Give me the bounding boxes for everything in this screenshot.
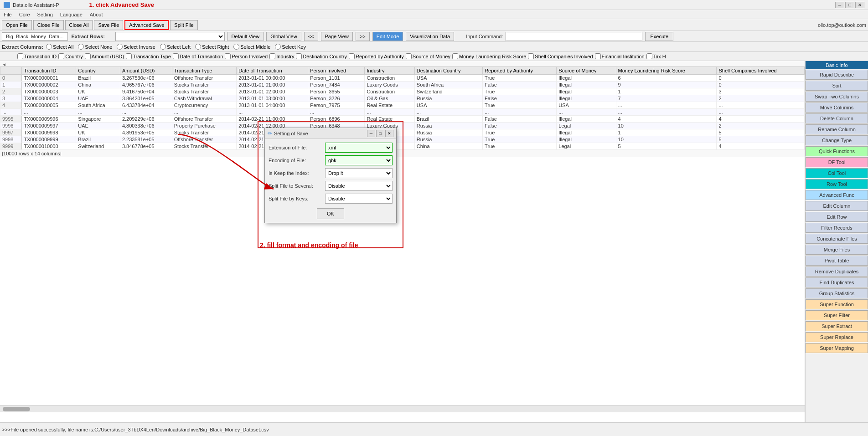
default-view-button[interactable]: Default View bbox=[227, 32, 264, 41]
right-panel-btn-swap-two-columns[interactable]: Swap Two Columns bbox=[806, 92, 868, 102]
status-bar: >>>File opened successfully, file name i… bbox=[0, 422, 868, 436]
modal-title-bar: ✏ Setting of Save ─ □ ✕ bbox=[265, 128, 396, 139]
right-panel-btn-col-tool[interactable]: Col Tool bbox=[806, 168, 868, 178]
select-none-radio[interactable]: Select None bbox=[78, 44, 112, 50]
input-command-label: Input Command: bbox=[466, 34, 503, 39]
main-area: ◄ Transaction ID Country Amount (USD) Tr… bbox=[0, 61, 868, 422]
right-panel-btn-rename-column[interactable]: Rename Column bbox=[806, 124, 868, 134]
col-check-shell[interactable]: Shell Companies Involved bbox=[528, 53, 593, 59]
right-panel-btn-merge-files[interactable]: Merge Files bbox=[806, 245, 868, 255]
keep-index-select[interactable]: Drop itKeep it bbox=[325, 168, 393, 178]
split-file-button[interactable]: Split File bbox=[170, 20, 197, 30]
page-view-button[interactable]: Page View bbox=[321, 32, 353, 41]
th-industry: Industry bbox=[365, 67, 414, 75]
th-type: Transaction Type bbox=[172, 67, 236, 75]
tab-filename[interactable]: Big_Black_Money_Data... bbox=[2, 32, 68, 41]
right-panel-btn-edit-row[interactable]: Edit Row bbox=[806, 212, 868, 222]
col-check-date[interactable]: Date of Transaction bbox=[173, 53, 223, 59]
global-view-button[interactable]: Global View bbox=[266, 32, 301, 41]
col-check-transaction-id[interactable]: Transaction ID bbox=[17, 53, 57, 59]
close-button[interactable]: ✕ bbox=[855, 2, 864, 8]
menu-about[interactable]: About bbox=[88, 11, 105, 18]
select-right-radio[interactable]: Select Right bbox=[195, 44, 229, 50]
encoding-select[interactable]: gbkutf-8utf-16ascii bbox=[325, 155, 393, 165]
edit-mode-button[interactable]: Edit Mode bbox=[372, 32, 403, 41]
next-page-button[interactable]: >> bbox=[356, 32, 370, 41]
right-panel-btn-find-duplicates[interactable]: Find Duplicates bbox=[806, 277, 868, 287]
viz-data-button[interactable]: Visualization Data bbox=[406, 32, 454, 41]
right-panel-btn-remove-duplicates[interactable]: Remove Duplicates bbox=[806, 267, 868, 277]
open-file-button[interactable]: Open File bbox=[2, 20, 32, 30]
col-check-industry[interactable]: Industry bbox=[269, 53, 294, 59]
right-panel-btn-change-type[interactable]: Change Type bbox=[806, 135, 868, 145]
data-table-wrapper[interactable]: Transaction ID Country Amount (USD) Tran… bbox=[0, 67, 805, 405]
select-middle-radio[interactable]: Select Middle bbox=[233, 44, 270, 50]
right-panel-btn-df-tool[interactable]: DF Tool bbox=[806, 157, 868, 167]
input-command-field[interactable] bbox=[506, 32, 642, 41]
prev-page-button[interactable]: << bbox=[304, 32, 318, 41]
col-check-source[interactable]: Source of Money bbox=[406, 53, 450, 59]
modal-close[interactable]: ✕ bbox=[385, 130, 393, 137]
execute-button[interactable]: Execute bbox=[645, 32, 673, 41]
table-row: 9997TX0000009998UK4.891953e+05Stocks Tra… bbox=[0, 129, 805, 136]
extract-rows-select[interactable] bbox=[115, 32, 225, 41]
modal-content: Extension of File: xmlcsvxlsxjson Encodi… bbox=[265, 139, 396, 223]
close-file-button[interactable]: Close File bbox=[33, 20, 64, 30]
col-check-financial[interactable]: Financial Institution bbox=[595, 53, 645, 59]
right-panel-btn-super-mapping[interactable]: Super Mapping bbox=[806, 343, 868, 353]
menu-core[interactable]: Core bbox=[17, 11, 32, 18]
split-keys-label: Split File by Keys: bbox=[269, 196, 323, 201]
right-panel-btn-advanced-func[interactable]: Advanced Func bbox=[806, 190, 868, 200]
right-panel-btn-row-tool[interactable]: Row Tool bbox=[806, 179, 868, 189]
modal-maximize[interactable]: □ bbox=[376, 130, 384, 137]
right-panel-btn-edit-column[interactable]: Edit Column bbox=[806, 201, 868, 211]
right-panel-btn-group-statistics[interactable]: Group Statistics bbox=[806, 288, 868, 298]
advanced-save-button[interactable]: Advanced Save bbox=[124, 20, 169, 30]
right-panel-btn-quick-functions[interactable]: Quick Functions bbox=[806, 146, 868, 156]
split-several-select[interactable]: DisableEnable bbox=[325, 181, 393, 191]
table-row: 9999TX0000010000Switzerland3.846778e+05S… bbox=[0, 143, 805, 150]
right-panel-btn-concatenate-files[interactable]: Concatenate Files bbox=[806, 234, 868, 244]
col-check-country[interactable]: Country bbox=[58, 53, 83, 59]
scroll-thumb[interactable] bbox=[3, 407, 30, 411]
menu-file[interactable]: File bbox=[2, 11, 14, 18]
col-check-reported[interactable]: Reported by Authority bbox=[349, 53, 404, 59]
right-panel-btn-sort[interactable]: Sort bbox=[806, 81, 868, 91]
right-panel-btn-rapid-describe[interactable]: Rapid Describe bbox=[806, 70, 868, 80]
modal-minimize[interactable]: ─ bbox=[367, 130, 375, 137]
col-check-amount[interactable]: Amount (USD) bbox=[85, 53, 124, 59]
close-all-button[interactable]: Close All bbox=[65, 20, 93, 30]
h-scrollbar[interactable] bbox=[0, 405, 805, 412]
col-check-dest-country[interactable]: Destination Country bbox=[296, 53, 347, 59]
extension-select[interactable]: xmlcsvxlsxjson bbox=[325, 143, 393, 153]
app-icon bbox=[4, 2, 10, 8]
col-check-risk-score[interactable]: Money Laundering Risk Score bbox=[452, 53, 526, 59]
th-source: Source of Money bbox=[557, 67, 616, 75]
right-panel-btn-super-function[interactable]: Super Function bbox=[806, 299, 868, 309]
ok-button[interactable]: OK bbox=[317, 208, 344, 219]
split-keys-select[interactable]: DisableEnable bbox=[325, 194, 393, 204]
th-shell: Shell Companies Involved bbox=[717, 67, 805, 75]
th-risk: Money Laundering Risk Score bbox=[616, 67, 717, 75]
select-left-radio[interactable]: Select Left bbox=[160, 44, 191, 50]
maximize-button[interactable]: □ bbox=[845, 2, 854, 8]
right-panel-btn-super-filter[interactable]: Super Filter bbox=[806, 310, 868, 320]
right-panel-btn-super-replace[interactable]: Super Replace bbox=[806, 332, 868, 342]
select-key-radio[interactable]: Select Key bbox=[275, 44, 306, 50]
menu-language[interactable]: Language bbox=[58, 11, 84, 18]
col-check-person[interactable]: Person Involved bbox=[225, 53, 268, 59]
right-panel-btn-pivot-table[interactable]: Pivot Table bbox=[806, 256, 868, 266]
menu-setting[interactable]: Setting bbox=[36, 11, 55, 18]
col-check-tax[interactable]: Tax H bbox=[646, 53, 666, 59]
select-inverse-radio[interactable]: Select Inverse bbox=[117, 44, 155, 50]
right-panel-btn-super-extract[interactable]: Super Extract bbox=[806, 321, 868, 331]
right-panel-btn-delete-column[interactable]: Delete Column bbox=[806, 113, 868, 123]
minimize-button[interactable]: ─ bbox=[835, 2, 844, 8]
col-check-transaction-type[interactable]: Transaction Type bbox=[126, 53, 171, 59]
th-index bbox=[0, 67, 22, 75]
select-all-radio[interactable]: Select All bbox=[46, 44, 73, 50]
right-panel-btn-move-columns[interactable]: Move Columns bbox=[806, 103, 868, 113]
right-panel-btn-filter-records[interactable]: Filter Records bbox=[806, 223, 868, 233]
save-file-button[interactable]: Save File bbox=[94, 20, 123, 30]
extract-cols-label: Extract Columns: bbox=[2, 44, 43, 50]
